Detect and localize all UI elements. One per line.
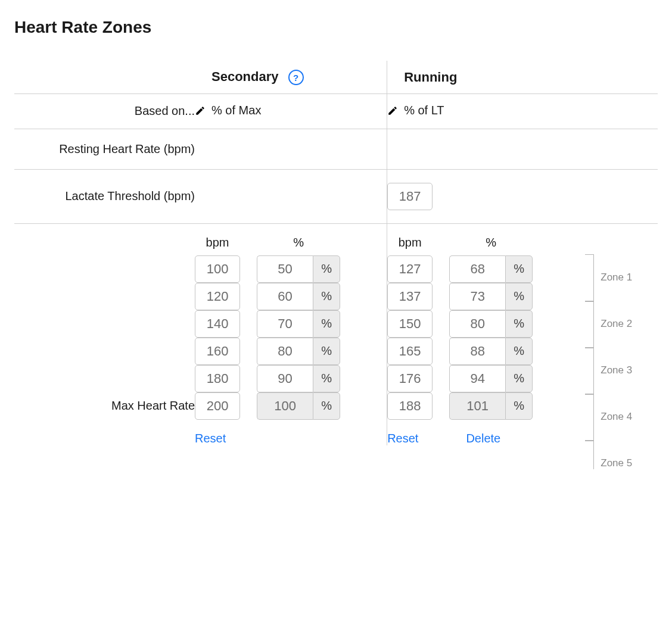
reset-link-secondary[interactable]: Reset [195,432,226,445]
subheader-bpm: bpm [387,236,433,249]
lactate-threshold-secondary [195,169,387,223]
zone-bpm-input-secondary[interactable] [195,255,240,283]
zone-bpm-input-secondary[interactable] [195,365,240,392]
pct-addon: % [505,310,533,338]
reset-link-running[interactable]: Reset [387,432,418,445]
spacer [14,61,195,94]
column-header-secondary-text: Secondary [211,69,279,84]
max-bpm-input-secondary[interactable] [195,392,240,420]
subheader-bpm: bpm [195,236,240,249]
pct-addon: % [313,365,340,392]
lactate-threshold-input[interactable] [387,183,433,210]
pct-addon: % [505,283,533,310]
zone-label: Zone 5 [601,457,632,469]
pct-addon: % [313,255,340,283]
help-icon[interactable]: ? [288,70,304,85]
zone-bpm-input-secondary[interactable] [195,338,240,365]
based-on-secondary-text: % of Max [211,104,261,117]
zone-pct-input-secondary[interactable] [257,255,313,283]
pct-addon: % [313,338,340,365]
page-title: Heart Rate Zones [14,18,658,37]
delete-link-running[interactable]: Delete [466,432,500,445]
zone-pct-input-secondary[interactable] [257,338,313,365]
zone-bpm-input-secondary[interactable] [195,310,240,338]
zone-pct-input-running[interactable] [449,310,505,338]
pencil-icon [387,105,398,116]
column-header-secondary: Secondary ? [195,61,387,94]
based-on-secondary[interactable]: % of Max [195,104,261,117]
based-on-running-text: % of LT [404,104,444,117]
resting-hr-label: Resting Heart Rate (bpm) [14,129,195,169]
zone-label: Zone 2 [601,318,632,330]
based-on-running[interactable]: % of LT [387,104,444,117]
pct-addon: % [505,365,533,392]
pct-addon: % [313,310,340,338]
zone-bpm-input-running[interactable] [387,255,433,283]
max-pct-input-secondary [257,392,313,420]
pct-addon: % [313,283,340,310]
zone-pct-input-secondary[interactable] [257,365,313,392]
zone-bpm-input-running[interactable] [387,283,433,310]
subheader-pct: % [449,236,533,249]
column-header-running-text: Running [404,70,457,85]
zone-pct-input-running[interactable] [449,365,505,392]
resting-hr-secondary [195,129,387,169]
lactate-threshold-label: Lactate Threshold (bpm) [14,169,195,223]
max-pct-input-running [449,392,505,420]
pencil-icon [195,105,206,116]
pct-addon: % [505,392,533,420]
zone-bpm-input-running[interactable] [387,365,433,392]
zone-label: Zone 1 [601,272,632,283]
zone-pct-input-running[interactable] [449,283,505,310]
max-hr-label: Max Heart Rate [14,392,195,420]
spacer [579,61,658,94]
zone-pct-input-running[interactable] [449,338,505,365]
zone-pct-input-secondary[interactable] [257,310,313,338]
resting-hr-running [387,129,580,169]
column-header-running: Running [387,61,580,94]
zone-label: Zone 3 [601,364,632,376]
pct-addon: % [313,392,340,420]
zone-pct-input-running[interactable] [449,255,505,283]
subheader-pct: % [257,236,340,249]
max-bpm-input-running[interactable] [387,392,433,420]
based-on-label: Based on... [14,94,195,129]
zone-bpm-input-running[interactable] [387,310,433,338]
pct-addon: % [505,255,533,283]
pct-addon: % [505,338,533,365]
zone-bpm-input-secondary[interactable] [195,283,240,310]
zone-bpm-input-running[interactable] [387,338,433,365]
zone-pct-input-secondary[interactable] [257,283,313,310]
